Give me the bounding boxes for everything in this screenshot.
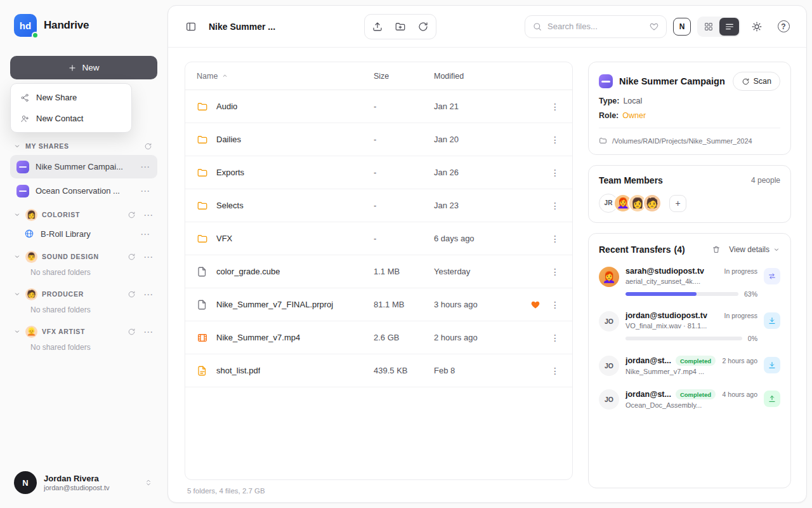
member-avatar[interactable]: 🧑 bbox=[643, 194, 662, 213]
theme-toggle-button[interactable] bbox=[747, 17, 767, 37]
share-icon bbox=[20, 93, 29, 102]
transfer-item[interactable]: 👩‍🦰 sarah@studiopost.tv In progress aeri… bbox=[599, 260, 780, 304]
favorite-heart-icon[interactable] bbox=[530, 300, 540, 310]
contact-menu-button[interactable]: ⋯ bbox=[142, 210, 154, 220]
share-menu-button[interactable]: ⋯ bbox=[139, 186, 151, 196]
contact-menu-button[interactable]: ⋯ bbox=[142, 327, 154, 337]
download-button[interactable] bbox=[764, 312, 780, 329]
refresh-icon bbox=[742, 77, 750, 86]
transfer-item[interactable]: JO jordan@st... Completed 2 hours ago Ni… bbox=[599, 349, 780, 382]
download-button[interactable] bbox=[764, 357, 780, 373]
table-row[interactable]: Audio - Jan 21 ⋮ bbox=[185, 90, 572, 123]
table-row[interactable]: Exports - Jan 26 ⋮ bbox=[185, 156, 572, 189]
sort-asc-icon bbox=[221, 72, 228, 79]
sync-contact-button[interactable] bbox=[125, 288, 138, 300]
share-menu-button[interactable]: ⋯ bbox=[139, 229, 151, 239]
column-header-modified[interactable]: Modified bbox=[434, 72, 516, 81]
table-row[interactable]: Nike_Summer_v7_FINAL.prproj 81.1 MB 3 ho… bbox=[185, 288, 572, 321]
contact-menu-button[interactable]: ⋯ bbox=[142, 290, 154, 299]
user-plus-icon bbox=[20, 114, 29, 123]
contact-menu-button[interactable]: ⋯ bbox=[142, 252, 154, 262]
share-path: /Volumes/RAID/Projects/Nike_Summer_2024 bbox=[612, 137, 752, 145]
share-path-row: /Volumes/RAID/Projects/Nike_Summer_2024 bbox=[599, 128, 780, 145]
row-menu-button[interactable]: ⋮ bbox=[549, 365, 561, 377]
contact-section-vfx-artist[interactable]: 👱 VFX ARTIST ⋯ bbox=[10, 323, 157, 340]
row-menu-button[interactable]: ⋮ bbox=[549, 134, 561, 145]
column-header-name[interactable]: Name bbox=[185, 72, 374, 81]
transfer-sync-button[interactable] bbox=[764, 268, 780, 284]
row-menu-button[interactable]: ⋮ bbox=[549, 167, 561, 178]
refresh-icon bbox=[417, 21, 429, 32]
search-input[interactable] bbox=[547, 22, 644, 31]
sync-contact-button[interactable] bbox=[125, 325, 138, 338]
contact-section-label: VFX ARTIST bbox=[42, 328, 85, 335]
share-menu-button[interactable]: ⋯ bbox=[139, 162, 151, 171]
transfer-filename: VO_final_mix.wav · 81.1... bbox=[625, 322, 757, 330]
new-button[interactable]: New bbox=[10, 56, 157, 79]
transfer-time: 4 hours ago bbox=[723, 391, 757, 398]
table-row[interactable]: color_grade.cube 1.1 MB Yesterday ⋮ bbox=[185, 255, 572, 288]
view-details-button[interactable]: View details bbox=[729, 245, 780, 254]
table-row[interactable]: Nike_Summer_v7.mp4 2.6 GB 2 hours ago ⋮ bbox=[185, 321, 572, 354]
column-header-size[interactable]: Size bbox=[374, 72, 434, 81]
table-row[interactable]: VFX - 6 days ago ⋮ bbox=[185, 222, 572, 255]
table-row[interactable]: Selects - Jan 23 ⋮ bbox=[185, 189, 572, 222]
user-menu[interactable]: N Jordan Rivera jordan@studiopost.tv bbox=[10, 466, 157, 498]
logo-icon: hd bbox=[14, 14, 37, 37]
add-member-button[interactable]: + bbox=[669, 195, 686, 212]
row-menu-button[interactable]: ⋮ bbox=[549, 101, 561, 112]
avatar: JO bbox=[599, 389, 619, 410]
list-view-button[interactable] bbox=[719, 18, 739, 36]
sidebar-item-broll-library[interactable]: B-Roll Library ⋯ bbox=[10, 223, 157, 244]
share-label: Nike Summer Campai... bbox=[36, 162, 133, 171]
table-row[interactable]: Dailies - Jan 20 ⋮ bbox=[185, 123, 572, 156]
upload-button[interactable] bbox=[367, 17, 388, 37]
workspace-button[interactable]: N bbox=[673, 18, 691, 36]
account-switcher-button[interactable] bbox=[142, 476, 155, 489]
chevron-down-icon bbox=[13, 328, 21, 335]
table-row[interactable]: shot_list.pdf 439.5 KB Feb 8 ⋮ bbox=[185, 354, 572, 387]
upload-button[interactable] bbox=[764, 391, 780, 407]
sync-contact-button[interactable] bbox=[125, 250, 138, 263]
folder-icon bbox=[197, 200, 208, 211]
grid-icon bbox=[704, 22, 714, 32]
video-file-icon bbox=[197, 332, 208, 344]
contact-section-producer[interactable]: 🧑 PRODUCER ⋯ bbox=[10, 286, 157, 302]
avatar: JO bbox=[599, 356, 619, 376]
row-menu-button[interactable]: ⋮ bbox=[549, 233, 561, 244]
transfer-item[interactable]: JO jordan@studiopost.tv In progress VO_f… bbox=[599, 304, 780, 349]
my-shares-label: MY SHARES bbox=[25, 142, 69, 150]
sidebar-item-nike-summer[interactable]: Nike Summer Campai... ⋯ bbox=[10, 155, 157, 178]
transfer-item[interactable]: JO jordan@st... Completed 4 hours ago Oc… bbox=[599, 382, 780, 416]
refresh-shares-button[interactable] bbox=[141, 140, 154, 152]
favorites-filter-icon[interactable] bbox=[649, 22, 659, 32]
row-menu-button[interactable]: ⋮ bbox=[549, 200, 561, 211]
folder-icon bbox=[197, 101, 208, 112]
avatar: JO bbox=[599, 311, 619, 331]
grid-view-button[interactable] bbox=[698, 18, 718, 36]
row-menu-button[interactable]: ⋮ bbox=[549, 266, 561, 277]
new-folder-button[interactable] bbox=[390, 17, 410, 37]
sidebar-toggle-button[interactable] bbox=[181, 17, 201, 37]
my-shares-header[interactable]: MY SHARES bbox=[10, 138, 157, 154]
main-area: Nike Summer ... N ? bbox=[167, 5, 807, 503]
row-menu-button[interactable]: ⋮ bbox=[549, 332, 561, 344]
completed-badge: Completed bbox=[676, 389, 716, 399]
row-menu-button[interactable]: ⋮ bbox=[549, 299, 561, 311]
user-email: jordan@studiopost.tv bbox=[44, 484, 135, 491]
menu-item-new-share[interactable]: New Share bbox=[14, 87, 128, 108]
help-button[interactable]: ? bbox=[773, 17, 794, 37]
scan-button[interactable]: Scan bbox=[733, 72, 781, 91]
delete-transfers-button[interactable] bbox=[710, 243, 723, 256]
file-size: - bbox=[374, 201, 434, 210]
menu-item-new-contact[interactable]: New Contact bbox=[14, 108, 128, 129]
sync-contact-button[interactable] bbox=[125, 208, 138, 221]
contact-section-sound-design[interactable]: 👨 SOUND DESIGN ⋯ bbox=[10, 248, 157, 265]
folder-icon bbox=[197, 134, 208, 145]
avatar: N bbox=[14, 471, 37, 494]
contact-section-colorist[interactable]: 👩 COLORIST ⋯ bbox=[10, 206, 157, 223]
refresh-button[interactable] bbox=[413, 17, 433, 37]
contact-avatar: 👩 bbox=[25, 209, 37, 221]
sidebar: hd Handrive New New Share New Contact MY… bbox=[0, 0, 167, 508]
sidebar-item-ocean-conservation[interactable]: Ocean Conservation ... ⋯ bbox=[10, 179, 157, 203]
